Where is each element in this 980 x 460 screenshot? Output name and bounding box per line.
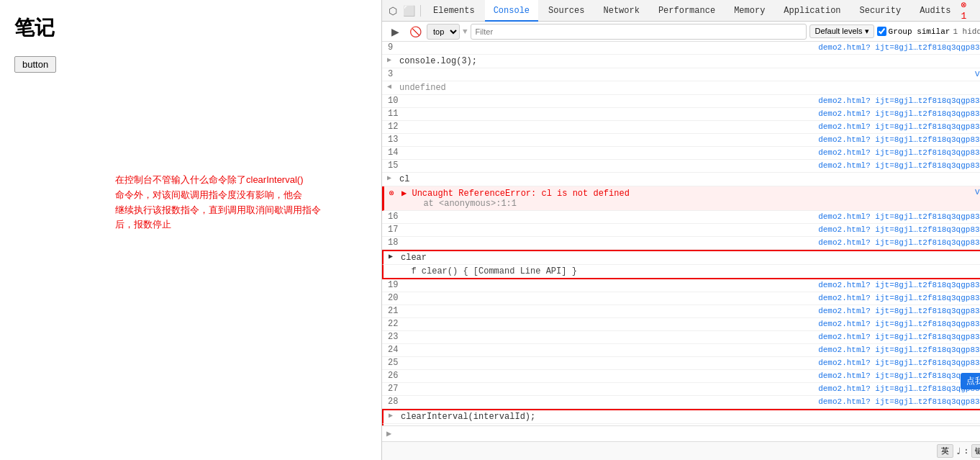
console-input[interactable] [396, 429, 980, 439]
input-prompt-icon: ▶ [386, 428, 391, 439]
tab-elements[interactable]: Elements [425, 0, 484, 22]
click-settings-button[interactable]: 点我设置 [961, 373, 980, 389]
tab-audits[interactable]: Audits [911, 0, 959, 22]
keyboard-icon[interactable]: 键 [971, 444, 980, 458]
console-line: 13 demo2.html? ijt=8gjl…t2f818q3qgp83ej6… [382, 134, 980, 147]
console-line: 26 demo2.html? ijt=8gjl…t2f818q3qgp83ej6… [382, 370, 980, 383]
console-line: 18 demo2.html? ijt=8gjl…t2f818q3qgp83ej6… [382, 237, 980, 250]
toolbar-separator [420, 5, 421, 17]
filter-input[interactable] [471, 24, 807, 40]
highlight-clear-top: ▶ clear [382, 250, 980, 265]
highlight-clearinterval-top: ▶ clearInterval(intervalId); [382, 409, 980, 424]
tab-security[interactable]: Security [851, 0, 910, 22]
console-line: 15 demo2.html? ijt=8gjl…t2f818q3qgp83ej6… [382, 160, 980, 173]
console-line: 11 demo2.html? ijt=8gjl…t2f818q3qgp83ej6… [382, 108, 980, 121]
clear-console-icon[interactable]: 🚫 [407, 23, 424, 40]
default-levels-button[interactable]: Default levels ▾ [809, 24, 874, 38]
console-line: 21 demo2.html? ijt=8gjl…t2f818q3qgp83ej6… [382, 305, 980, 318]
tab-extra: ⊗ 1 ⋮ ⚙ [961, 0, 980, 22]
console-input-line: ▶ [382, 425, 980, 441]
execute-icon[interactable]: ▶ [386, 23, 404, 40]
expand-arrow[interactable]: ▶ [384, 411, 398, 420]
console-line: 17 demo2.html? ijt=8gjl…t2f818q3qgp83ej6… [382, 224, 980, 237]
console-line: ▶ console.log(3); [382, 55, 980, 68]
devtools-top-toolbar: ⬡ ⬜ Elements Console Sources Network Per… [382, 0, 980, 22]
tab-memory[interactable]: Memory [725, 0, 773, 22]
console-line: 22 demo2.html? ijt=8gjl…t2f818q3qgp83ej6… [382, 318, 980, 331]
console-output[interactable]: 9 demo2.html? ijt=8gjl…t2f818q3qgp83ej6:… [382, 42, 980, 425]
console-line: 16 demo2.html? ijt=8gjl…t2f818q3qgp83ej6… [382, 211, 980, 224]
tab-performance[interactable]: Performance [650, 0, 724, 22]
context-select[interactable]: top [427, 24, 460, 40]
console-line: 24 demo2.html? ijt=8gjl…t2f818q3qgp83ej6… [382, 344, 980, 357]
tab-network[interactable]: Network [594, 0, 648, 22]
expand-arrow[interactable]: ◀ [382, 82, 396, 91]
hidden-count: 1 hidden [953, 27, 980, 36]
device-icon[interactable]: ⬜ [401, 2, 417, 19]
expand-arrow[interactable]: ▶ [382, 173, 396, 182]
annotation-text: 在控制台不管输入什么命令除了clearInterval() 命令外，对该间歇调用… [115, 173, 321, 233]
highlight-clear-bot: f clear() { [Command Line API] } [382, 265, 980, 279]
console-line: 27 demo2.html? ijt=8gjl…t2f818q3qgp83ej6… [382, 383, 980, 396]
ime-indicator[interactable]: 英 [937, 444, 953, 458]
console-line: 10 demo2.html? ijt=8gjl…t2f818q3qgp83ej6… [382, 95, 980, 108]
console-line: ▶ cl [382, 173, 980, 186]
dropdown-arrow: ▼ [463, 27, 468, 36]
demo-button[interactable]: button [14, 56, 56, 73]
tab-application[interactable]: Application [775, 0, 849, 22]
console-line: ◀ undefined [382, 81, 980, 95]
console-line: 19 demo2.html? ijt=8gjl…t2f818q3qgp83ej6… [382, 279, 980, 292]
console-line: 23 demo2.html? ijt=8gjl…t2f818q3qgp83ej6… [382, 331, 980, 344]
console-line: 14 demo2.html? ijt=8gjl…t2f818q3qgp83ej6… [382, 147, 980, 160]
group-similar-label[interactable]: Group similar [877, 27, 950, 36]
music-icon[interactable]: ♩ [956, 446, 961, 457]
console-line: 25 demo2.html? ijt=8gjl…t2f818q3qgp83ej6… [382, 357, 980, 370]
page-title: 笔记 [14, 14, 367, 42]
tab-console[interactable]: Console [485, 0, 538, 22]
console-line: 12 demo2.html? ijt=8gjl…t2f818q3qgp83ej6… [382, 121, 980, 134]
console-toolbar: ▶ 🚫 top ▼ Default levels ▾ Group similar… [382, 22, 980, 42]
console-line: 28 demo2.html? ijt=8gjl…t2f818q3qgp83ej6… [382, 396, 980, 409]
tab-sources[interactable]: Sources [540, 0, 593, 22]
expand-arrow[interactable]: ▶ [384, 252, 398, 261]
left-panel: 笔记 button 在控制台不管输入什么命令除了clearInterval() … [0, 0, 381, 460]
console-line: 3 VM107:1 [382, 68, 980, 81]
expand-arrow[interactable]: ◀ [384, 425, 398, 425]
console-line: 20 demo2.html? ijt=8gjl…t2f818q3qgp83ej6… [382, 292, 980, 305]
console-line: 9 demo2.html? ijt=8gjl…t2f818q3qgp83ej6:… [382, 42, 980, 55]
browser-bottom-bar: 英 ♩ ∶ 键 ■ ✦ ♟ [382, 441, 980, 460]
highlight-clearinterval-bot: ◀ undefined [382, 424, 980, 425]
devtools-panel: ⬡ ⬜ Elements Console Sources Network Per… [381, 0, 980, 460]
expand-arrow[interactable]: ▶ [382, 55, 396, 64]
error-count[interactable]: ⊗ 1 [961, 0, 975, 22]
group-similar-checkbox[interactable] [877, 27, 886, 36]
colon-icon[interactable]: ∶ [963, 446, 969, 457]
inspect-icon[interactable]: ⬡ [385, 2, 400, 19]
error-icon: ⊗ [384, 187, 399, 199]
error-console-line: ⊗ ▶ Uncaught ReferenceError: cl is not d… [382, 186, 980, 211]
click-settings-area: 点我设置 [961, 373, 980, 389]
